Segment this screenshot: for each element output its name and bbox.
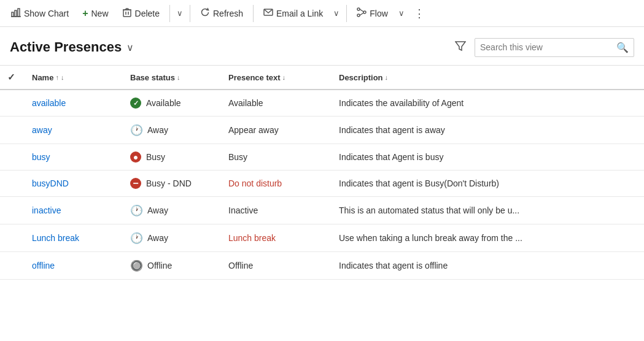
row-presence-text: Do not disturb <box>221 170 332 197</box>
svg-marker-17 <box>456 42 465 50</box>
table-header-row: ✓ Name ↑ ↓ Base status ↓ <box>0 66 644 90</box>
row-name[interactable]: busy <box>25 144 123 170</box>
status-icon-dnd: − <box>130 178 141 189</box>
row-base-status: 🕐 Away <box>123 197 221 224</box>
new-button[interactable]: + New <box>76 4 114 23</box>
view-actions: 🔍 <box>451 37 634 58</box>
row-presence-text: Offline <box>221 252 332 280</box>
svg-rect-2 <box>18 9 20 17</box>
search-box: 🔍 <box>475 38 634 57</box>
row-presence-text: Available <box>221 90 332 117</box>
base-sort: ↓ <box>177 74 180 81</box>
name-sort-asc: ↑ <box>55 74 59 81</box>
row-base-status: 🕐 Away <box>123 117 221 144</box>
svg-rect-1 <box>15 10 17 17</box>
row-name[interactable]: inactive <box>25 197 123 224</box>
row-check <box>0 144 25 170</box>
row-presence-text: Busy <box>221 144 332 170</box>
row-description: Indicates that agent is offline <box>332 252 644 280</box>
row-name[interactable]: away <box>25 117 123 144</box>
svg-point-14 <box>357 14 360 17</box>
chart-icon <box>11 7 21 19</box>
svg-point-13 <box>363 11 366 13</box>
refresh-icon <box>200 7 210 19</box>
table-container: ✓ Name ↑ ↓ Base status ↓ <box>0 65 644 280</box>
row-description: Indicates the availability of Agent <box>332 90 644 117</box>
row-name[interactable]: offline <box>25 252 123 280</box>
row-name[interactable]: busyDND <box>25 170 123 197</box>
search-icon[interactable]: 🔍 <box>616 42 629 53</box>
status-icon-offline: 🔘 <box>130 259 142 272</box>
email-link-button[interactable]: Email a Link <box>257 4 329 23</box>
filter-button[interactable] <box>451 37 470 58</box>
table-row: inactive 🕐 Away Inactive This is an auto… <box>0 197 644 224</box>
row-base-status: ✓ Available <box>123 90 221 117</box>
svg-line-16 <box>360 13 363 15</box>
row-presence-text: Lunch break <box>221 224 332 252</box>
status-icon-away: 🕐 <box>130 204 142 216</box>
th-check: ✓ <box>0 66 25 90</box>
row-description: Indicates that agent is away <box>332 117 644 144</box>
row-check <box>0 252 25 280</box>
toolbar: Show Chart + New Delete ∨ <box>0 0 644 27</box>
row-description: This is an automated status that will on… <box>332 197 644 224</box>
row-check <box>0 90 25 117</box>
flow-icon <box>357 7 367 19</box>
th-presence-text[interactable]: Presence text ↓ <box>221 66 332 90</box>
row-check <box>0 117 25 144</box>
row-check <box>0 170 25 197</box>
row-base-status: − Busy - DND <box>123 170 221 197</box>
row-check <box>0 224 25 252</box>
row-base-status: 🕐 Away <box>123 224 221 252</box>
status-icon-busy: ● <box>130 151 141 163</box>
separator-4 <box>346 5 347 22</box>
row-base-status: 🔘 Offline <box>123 252 221 280</box>
search-input[interactable] <box>480 42 613 52</box>
header-checkmark: ✓ <box>7 72 15 82</box>
status-icon-available: ✓ <box>130 98 141 109</box>
status-icon-away: 🕐 <box>130 232 142 244</box>
row-presence-text: Appear away <box>221 117 332 144</box>
th-description[interactable]: Description ↓ <box>332 66 644 90</box>
name-sort-desc: ↓ <box>61 74 64 81</box>
presence-sort: ↓ <box>282 74 286 81</box>
view-title-group: Active Presences ∨ <box>10 39 134 55</box>
row-name[interactable]: Lunch break <box>25 224 123 252</box>
table-row: available ✓ Available Available Indicate… <box>0 90 644 117</box>
svg-point-12 <box>357 8 360 10</box>
flow-button[interactable]: Flow <box>351 4 394 23</box>
add-icon: + <box>82 8 88 19</box>
view-title: Active Presences <box>10 39 122 55</box>
dropdown-chevron-2[interactable]: ∨ <box>330 5 343 21</box>
dropdown-chevron-1[interactable]: ∨ <box>174 5 186 21</box>
separator-2 <box>190 5 190 22</box>
email-icon <box>263 7 273 19</box>
separator-1 <box>169 5 170 22</box>
table-row: away 🕐 Away Appear away Indicates that a… <box>0 117 644 144</box>
row-description: Indicates that agent is Busy(Don't Distu… <box>332 170 644 197</box>
show-chart-button[interactable]: Show Chart <box>5 4 75 23</box>
refresh-button[interactable]: Refresh <box>194 4 249 23</box>
row-presence-text: Inactive <box>221 197 332 224</box>
delete-button[interactable]: Delete <box>116 4 166 23</box>
view-title-chevron[interactable]: ∨ <box>126 42 134 53</box>
th-name[interactable]: Name ↑ ↓ <box>25 66 123 90</box>
separator-3 <box>253 5 254 22</box>
row-name[interactable]: available <box>25 90 123 117</box>
row-description: Use when taking a lunch break away from … <box>332 224 644 252</box>
table-row: offline 🔘 Offline Offline Indicates that… <box>0 252 644 280</box>
view-header: Active Presences ∨ 🔍 <box>0 27 644 65</box>
data-table: ✓ Name ↑ ↓ Base status ↓ <box>0 65 644 280</box>
more-options-button[interactable]: ⋮ <box>409 4 430 23</box>
desc-sort: ↓ <box>385 74 389 81</box>
svg-rect-0 <box>12 12 14 17</box>
delete-icon <box>122 7 132 19</box>
table-row: Lunch break 🕐 Away Lunch break Use when … <box>0 224 644 252</box>
row-base-status: ● Busy <box>123 144 221 170</box>
row-description: Indicates that Agent is busy <box>332 144 644 170</box>
table-row: busy ● Busy Busy Indicates that Agent is… <box>0 144 644 170</box>
dropdown-chevron-3[interactable]: ∨ <box>395 5 408 21</box>
th-base-status[interactable]: Base status ↓ <box>123 66 221 90</box>
status-icon-away: 🕐 <box>130 124 142 136</box>
row-check <box>0 197 25 224</box>
